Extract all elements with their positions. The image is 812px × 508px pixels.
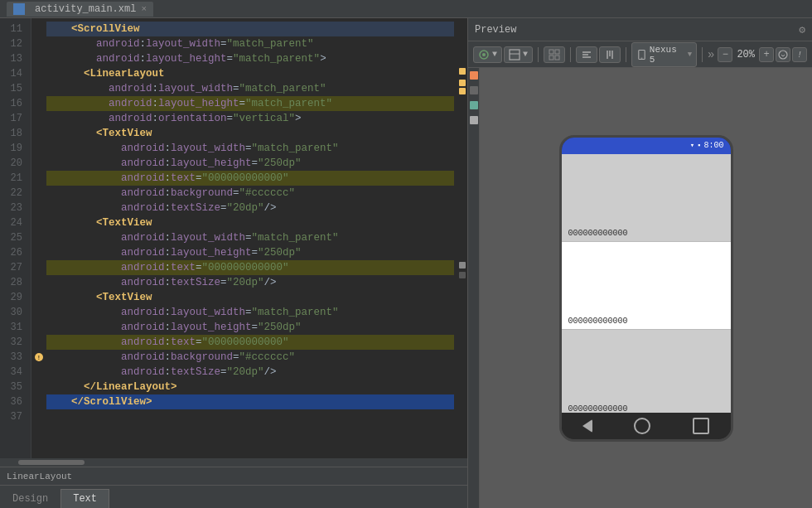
breadcrumb-text: LinearLayout bbox=[7, 472, 72, 481]
code-line-14: <LinearLayout bbox=[46, 66, 454, 81]
svg-rect-6 bbox=[549, 56, 553, 60]
code-line-25: android:layout_width="match_parent" bbox=[46, 230, 454, 245]
toolbar-layout-group bbox=[576, 46, 621, 63]
indicator-dot-4 bbox=[459, 272, 466, 278]
status-time: 8:00 bbox=[703, 141, 723, 150]
editor-inner: 11 12 13 14 15 16 17 18 19 20 21 22 23 2… bbox=[0, 18, 467, 458]
preview-header: Preview ⚙ bbox=[468, 18, 812, 41]
svg-rect-2 bbox=[510, 50, 520, 60]
breadcrumb-bar: LinearLayout bbox=[0, 467, 467, 485]
device-selector[interactable]: Nexus 5 ▼ bbox=[631, 42, 697, 67]
code-line-15: android:layout_width="match_parent" bbox=[46, 81, 454, 96]
phone-back-btn bbox=[582, 419, 592, 433]
tab-text[interactable]: Text bbox=[60, 489, 109, 508]
phone-mockup: ▾ ▪ 8:00 000000000000 bbox=[559, 135, 733, 442]
zoom-percent: 20% bbox=[734, 49, 757, 60]
right-indicators bbox=[457, 18, 467, 458]
palette-swatch-gray bbox=[470, 86, 478, 94]
code-line-36: </ScrollView> bbox=[46, 394, 454, 409]
title-bar: activity_main.xml × bbox=[0, 0, 812, 18]
code-line-19: android:layout_width="match_parent" bbox=[46, 141, 454, 156]
svg-rect-7 bbox=[555, 56, 559, 60]
tab-design[interactable]: Design bbox=[0, 489, 60, 508]
code-line-27: android:text="000000000000" bbox=[46, 260, 454, 275]
phone-recents-btn bbox=[693, 418, 709, 434]
palette-swatch-red bbox=[470, 71, 478, 80]
align-vert-btn[interactable] bbox=[599, 46, 621, 63]
main-area: 11 12 13 14 15 16 17 18 19 20 21 22 23 2… bbox=[0, 18, 812, 508]
code-line-22: android:background="#cccccc" bbox=[46, 186, 454, 201]
phone-text-2: 000000000000 bbox=[568, 317, 628, 326]
toggle-grid-btn[interactable] bbox=[544, 46, 565, 63]
preview-title: Preview bbox=[475, 24, 516, 36]
preview-panel: Preview ⚙ ▼ ▼ bbox=[468, 18, 812, 508]
zoom-reset-btn[interactable] bbox=[776, 47, 790, 62]
code-line-29: <TextView bbox=[46, 290, 454, 305]
preview-toolbar: ▼ ▼ bbox=[468, 41, 812, 68]
phone-section-1: 000000000000 bbox=[562, 154, 731, 242]
code-line-12: android:layout_width="match_parent" bbox=[46, 36, 454, 51]
svg-point-1 bbox=[482, 53, 486, 56]
phone-text-1: 000000000000 bbox=[568, 229, 628, 238]
toolbar-sep-1 bbox=[538, 47, 539, 62]
align-left-btn[interactable] bbox=[576, 46, 597, 63]
toolbar-sep-2 bbox=[570, 47, 571, 62]
phone-status-bar: ▾ ▪ 8:00 bbox=[562, 138, 731, 154]
zoom-info-btn[interactable]: ! bbox=[792, 47, 807, 62]
zoom-in-btn[interactable]: + bbox=[759, 47, 774, 62]
toolbar-palette-group: ▼ ▼ bbox=[473, 46, 533, 63]
preview-left-icons bbox=[468, 68, 480, 508]
editor-scrollbar[interactable] bbox=[0, 458, 467, 467]
svg-rect-4 bbox=[549, 50, 553, 54]
code-line-18: <TextView bbox=[46, 126, 454, 141]
code-line-13: android:layout_height="match_parent"> bbox=[46, 51, 454, 66]
zoom-out-btn[interactable]: − bbox=[718, 47, 732, 62]
code-area[interactable]: <ScrollView android:layout_width="match_… bbox=[46, 18, 457, 458]
code-line-37 bbox=[46, 409, 454, 424]
line-numbers: 11 12 13 14 15 16 17 18 19 20 21 22 23 2… bbox=[0, 18, 31, 458]
phone-section-3: 000000000000 bbox=[562, 330, 731, 413]
code-line-33: android:background="#cccccc" bbox=[46, 350, 454, 365]
battery-icon: ▪ bbox=[697, 142, 701, 150]
svg-point-16 bbox=[779, 51, 787, 59]
more-options-btn[interactable]: » bbox=[708, 48, 714, 61]
scroll-position-indicator bbox=[459, 262, 466, 269]
filename-label: activity_main.xml bbox=[35, 3, 136, 15]
code-line-26: android:layout_height="250dp" bbox=[46, 245, 454, 260]
phone-body: 000000000000 000000000000 000000000000 bbox=[562, 154, 731, 413]
preview-content: ▾ ▪ 8:00 000000000000 bbox=[480, 68, 812, 508]
file-tab[interactable]: activity_main.xml × bbox=[7, 2, 153, 17]
code-line-34: android:textSize="20dp"/> bbox=[46, 365, 454, 380]
phone-status-icons: ▾ ▪ 8:00 bbox=[690, 141, 724, 150]
code-line-30: android:layout_width="match_parent" bbox=[46, 305, 454, 320]
phone-nav-bar bbox=[562, 413, 731, 439]
device-name: Nexus 5 bbox=[650, 45, 685, 65]
toolbar-sep-3 bbox=[626, 47, 626, 62]
code-line-31: android:layout_height="250dp" bbox=[46, 320, 454, 335]
gutter-icons: ! bbox=[31, 18, 46, 458]
palette-swatch-green bbox=[470, 101, 478, 109]
phone-home-btn bbox=[634, 418, 650, 434]
indicator-dot-1 bbox=[459, 68, 466, 75]
code-line-20: android:layout_height="250dp" bbox=[46, 156, 454, 171]
close-tab-button[interactable]: × bbox=[141, 4, 147, 14]
code-line-21: android:text="000000000000" bbox=[46, 171, 454, 186]
code-line-35: </LinearLayout> bbox=[46, 380, 454, 394]
code-line-16: android:layout_height="match_parent" bbox=[46, 96, 454, 111]
zoom-group: − 20% + ! bbox=[718, 47, 807, 62]
toolbar-sep-4 bbox=[702, 47, 703, 62]
palette-swatch-light bbox=[470, 116, 478, 124]
layout-btn[interactable]: ▼ bbox=[504, 46, 533, 63]
preview-gear-icon[interactable]: ⚙ bbox=[799, 23, 805, 36]
preview-main: ▾ ▪ 8:00 000000000000 bbox=[468, 68, 812, 508]
indicator-dot-2 bbox=[459, 80, 466, 86]
palette-btn[interactable]: ▼ bbox=[473, 46, 502, 63]
phone-section-2: 000000000000 bbox=[562, 242, 731, 330]
code-line-23: android:textSize="20dp"/> bbox=[46, 201, 454, 215]
code-line-17: android:orientation="vertical"> bbox=[46, 111, 454, 126]
editor-scrollbar-thumb[interactable] bbox=[18, 460, 85, 465]
code-line-32: android:text="000000000000" bbox=[46, 335, 454, 350]
indicator-dot-3 bbox=[459, 88, 466, 94]
code-line-24: <TextView bbox=[46, 215, 454, 230]
editor-container: 11 12 13 14 15 16 17 18 19 20 21 22 23 2… bbox=[0, 18, 468, 508]
